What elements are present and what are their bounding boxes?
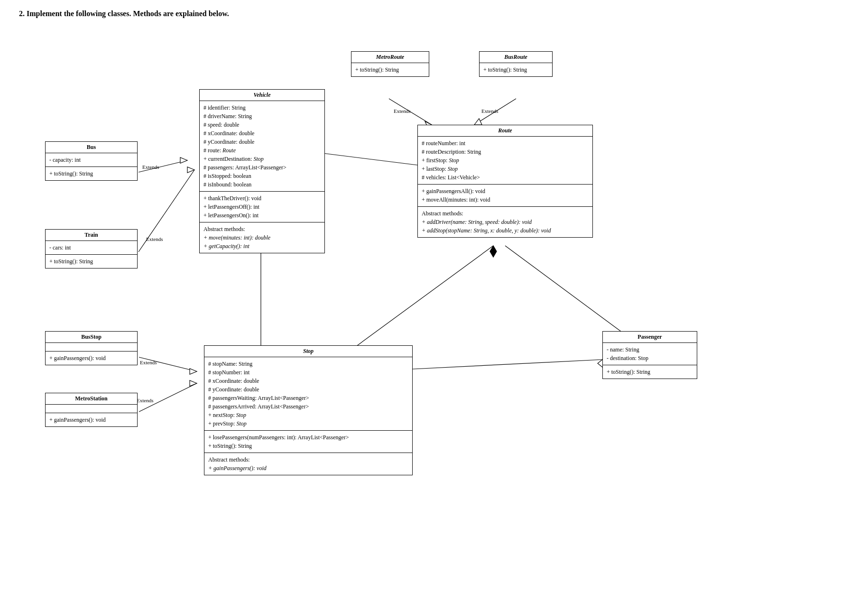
diagram-container: Extends Extends Extends Extends [19,32,849,578]
train-title: Train [46,230,137,241]
svg-line-17 [505,246,624,333]
stop-box: Stop # stopName: String # stopNumber: in… [204,345,413,475]
svg-line-23 [139,383,197,412]
metro-route-box: MetroRoute + toString(): String [351,51,429,77]
metro-route-methods: + toString(): String [351,63,429,76]
route-methods: + gainPassengersAll(): void + moveAll(mi… [418,185,592,207]
metro-station-box: MetroStation + gainPassengers(): void [45,393,138,427]
bus-stop-methods: + gainPassengers(): void [46,352,137,365]
train-box: Train - cars: int + toString(): String [45,229,138,268]
svg-marker-22 [190,369,197,374]
passenger-title: Passenger [603,332,697,343]
svg-line-3 [139,170,194,252]
bus-stop-box: BusStop + gainPassengers(): void [45,331,138,365]
svg-text:Extends: Extends [481,108,498,114]
svg-marker-2 [180,157,187,163]
train-fields: - cars: int [46,241,137,255]
stop-fields: # stopName: String # stopNumber: int # x… [204,357,412,431]
bus-route-box: BusRoute + toString(): String [479,51,553,77]
page-title: 2. Implement the following classes. Meth… [19,9,849,18]
bus-title: Bus [46,142,137,153]
metro-station-title: MetroStation [46,393,137,405]
passenger-fields: - name: String - destination: Stop [603,343,697,365]
route-box: Route # routeNumber: int # routeDescript… [417,125,593,238]
stop-methods: + losePassengers(numPassengers: int): Ar… [204,431,412,453]
vehicle-box: Vehicle # identifier: String # driverNam… [199,89,325,253]
route-abstract: Abstract methods: + addDriver(name: Stri… [418,207,592,237]
svg-line-9 [474,99,516,125]
bus-fields: - capacity: int [46,153,137,167]
metro-route-title: MetroRoute [351,52,429,63]
route-title: Route [418,125,592,137]
train-methods: + toString(): String [46,255,137,268]
stop-abstract: Abstract methods: + gainPassengers(): vo… [204,453,412,475]
svg-text:Extends: Extends [142,164,159,170]
bus-route-title: BusRoute [480,52,552,63]
svg-text:Extends: Extends [140,360,157,365]
bus-methods: + toString(): String [46,167,137,180]
svg-text:Extends: Extends [146,236,163,242]
connector-layer: Extends Extends Extends Extends [19,32,849,578]
svg-line-20 [139,357,197,371]
passenger-box: Passenger - name: String - destination: … [602,331,697,379]
svg-line-18 [413,360,602,369]
svg-text:Extends: Extends [137,398,153,403]
metro-station-methods: + gainPassengers(): void [46,413,137,426]
vehicle-methods: + thankTheDriver(): void + letPassengers… [200,192,324,222]
svg-marker-5 [187,167,194,173]
svg-line-0 [139,160,187,172]
svg-marker-16 [490,246,497,257]
svg-line-15 [351,246,493,350]
stop-title: Stop [204,346,412,357]
bus-route-methods: + toString(): String [480,63,552,76]
metro-station-empty [46,405,137,413]
svg-marker-25 [190,380,197,386]
svg-marker-11 [474,119,482,125]
svg-line-12 [323,153,417,165]
vehicle-abstract: Abstract methods: + move(minutes: int): … [200,222,324,253]
svg-line-6 [389,99,432,125]
svg-text:Extends: Extends [394,108,410,114]
passenger-methods: + toString(): String [603,365,697,379]
route-fields: # routeNumber: int # routeDescription: S… [418,137,592,185]
bus-stop-title: BusStop [46,332,137,343]
vehicle-fields: # identifier: String # driverName: Strin… [200,101,324,192]
bus-stop-empty [46,343,137,352]
vehicle-title: Vehicle [200,90,324,101]
bus-box: Bus - capacity: int + toString(): String [45,141,138,181]
